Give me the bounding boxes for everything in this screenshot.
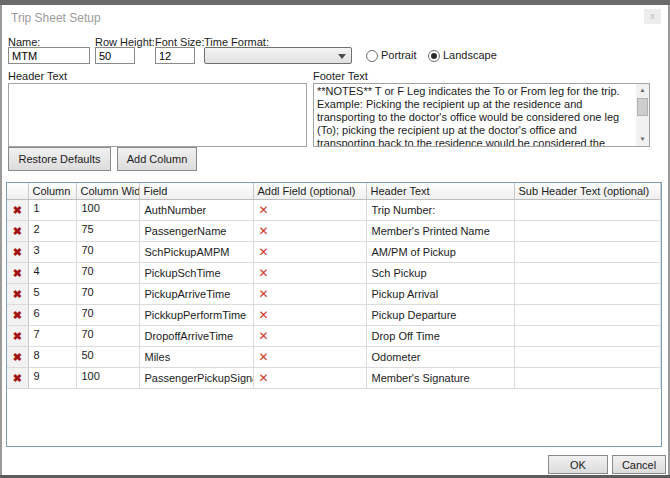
delete-row-cell[interactable]: ✖: [7, 242, 28, 263]
cell-column-width[interactable]: 100: [76, 368, 139, 389]
cell-sub-header-text[interactable]: [514, 347, 661, 368]
cell-sub-header-text[interactable]: [514, 263, 661, 284]
column-header[interactable]: Addl Field (optional): [253, 183, 366, 200]
cell-addl-field[interactable]: ✕: [253, 242, 366, 263]
column-header[interactable]: Column: [28, 183, 76, 200]
footer-scrollbar[interactable]: ▲ ▼: [636, 84, 649, 146]
delete-row-cell[interactable]: ✖: [7, 263, 28, 284]
delete-row-icon[interactable]: ✖: [13, 267, 22, 279]
cell-header-text[interactable]: Odometer: [366, 347, 514, 368]
cell-header-text[interactable]: Sch Pickup: [366, 263, 514, 284]
restore-defaults-button[interactable]: Restore Defaults: [8, 147, 111, 171]
delete-row-icon[interactable]: ✖: [13, 372, 22, 384]
scrollbar-thumb[interactable]: [637, 98, 648, 116]
cell-column[interactable]: 8: [28, 347, 76, 368]
cell-column[interactable]: 4: [28, 263, 76, 284]
cell-sub-header-text[interactable]: [514, 326, 661, 347]
row-height-field[interactable]: [95, 47, 135, 64]
landscape-label[interactable]: Landscape: [443, 49, 497, 61]
cell-field[interactable]: PickupArriveTime: [139, 284, 253, 305]
delete-row-icon[interactable]: ✖: [13, 309, 22, 321]
cell-field[interactable]: PickkupPerformTime: [139, 305, 253, 326]
cell-column[interactable]: 2: [28, 221, 76, 242]
addl-field-x-icon[interactable]: ✕: [259, 203, 269, 217]
delete-row-icon[interactable]: ✖: [13, 330, 22, 342]
cell-sub-header-text[interactable]: [514, 221, 661, 242]
cell-column-width[interactable]: 50: [76, 347, 139, 368]
cell-column[interactable]: 9: [28, 368, 76, 389]
radio-landscape[interactable]: [428, 50, 440, 62]
cell-addl-field[interactable]: ✕: [253, 284, 366, 305]
name-field[interactable]: [8, 47, 90, 64]
column-header[interactable]: Sub Header Text (optional): [514, 183, 661, 200]
cell-header-text[interactable]: Member's Signature: [366, 368, 514, 389]
cell-addl-field[interactable]: ✕: [253, 368, 366, 389]
radio-portrait[interactable]: [366, 50, 378, 62]
cell-header-text[interactable]: Pickup Arrival: [366, 284, 514, 305]
close-icon[interactable]: x: [644, 9, 661, 24]
delete-row-icon[interactable]: ✖: [13, 288, 22, 300]
addl-field-x-icon[interactable]: ✕: [259, 266, 269, 280]
cell-sub-header-text[interactable]: [514, 305, 661, 326]
cell-field[interactable]: DropoffArriveTime: [139, 326, 253, 347]
header-text-area[interactable]: [8, 83, 307, 147]
cell-column[interactable]: 5: [28, 284, 76, 305]
delete-row-cell[interactable]: ✖: [7, 200, 28, 221]
addl-field-x-icon[interactable]: ✕: [259, 245, 269, 259]
addl-field-x-icon[interactable]: ✕: [259, 287, 269, 301]
cell-column-width[interactable]: 100: [76, 200, 139, 221]
addl-field-x-icon[interactable]: ✕: [259, 371, 269, 385]
cell-field[interactable]: PassengerName: [139, 221, 253, 242]
scroll-up-icon[interactable]: ▲: [636, 84, 649, 97]
time-format-dropdown[interactable]: [204, 47, 352, 64]
addl-field-x-icon[interactable]: ✕: [259, 308, 269, 322]
delete-row-cell[interactable]: ✖: [7, 284, 28, 305]
cell-column-width[interactable]: 70: [76, 326, 139, 347]
cell-header-text[interactable]: Pickup Departure: [366, 305, 514, 326]
cell-addl-field[interactable]: ✕: [253, 221, 366, 242]
cell-column[interactable]: 3: [28, 242, 76, 263]
add-column-button[interactable]: Add Column: [117, 147, 197, 171]
cancel-button[interactable]: Cancel: [612, 455, 666, 474]
cell-field[interactable]: PickupSchTime: [139, 263, 253, 284]
cell-addl-field[interactable]: ✕: [253, 200, 366, 221]
cell-field[interactable]: SchPickupAMPM: [139, 242, 253, 263]
cell-sub-header-text[interactable]: [514, 368, 661, 389]
cell-sub-header-text[interactable]: [514, 284, 661, 305]
column-header[interactable]: Header Text: [366, 183, 514, 200]
cell-column[interactable]: 6: [28, 305, 76, 326]
cell-field[interactable]: AuthNumber: [139, 200, 253, 221]
cell-field[interactable]: PassengerPickupSignature: [139, 368, 253, 389]
delete-row-icon[interactable]: ✖: [13, 351, 22, 363]
delete-row-cell[interactable]: ✖: [7, 221, 28, 242]
delete-row-cell[interactable]: ✖: [7, 368, 28, 389]
cell-field[interactable]: Miles: [139, 347, 253, 368]
cell-header-text[interactable]: Trip Number:: [366, 200, 514, 221]
ok-button[interactable]: OK: [548, 455, 608, 474]
cell-addl-field[interactable]: ✕: [253, 326, 366, 347]
scroll-down-icon[interactable]: ▼: [636, 133, 649, 146]
column-header[interactable]: Column Width: [76, 183, 139, 200]
footer-text-area[interactable]: **NOTES** T or F Leg indicates the To or…: [313, 83, 650, 147]
cell-sub-header-text[interactable]: [514, 200, 661, 221]
cell-column-width[interactable]: 70: [76, 284, 139, 305]
cell-column-width[interactable]: 75: [76, 221, 139, 242]
delete-row-icon[interactable]: ✖: [13, 204, 22, 216]
cell-column[interactable]: 1: [28, 200, 76, 221]
cell-addl-field[interactable]: ✕: [253, 263, 366, 284]
delete-row-cell[interactable]: ✖: [7, 347, 28, 368]
cell-addl-field[interactable]: ✕: [253, 305, 366, 326]
cell-sub-header-text[interactable]: [514, 242, 661, 263]
cell-addl-field[interactable]: ✕: [253, 347, 366, 368]
addl-field-x-icon[interactable]: ✕: [259, 224, 269, 238]
cell-column-width[interactable]: 70: [76, 305, 139, 326]
delete-row-cell[interactable]: ✖: [7, 305, 28, 326]
cell-column-width[interactable]: 70: [76, 242, 139, 263]
cell-column-width[interactable]: 70: [76, 263, 139, 284]
cell-header-text[interactable]: Member's Printed Name: [366, 221, 514, 242]
addl-field-x-icon[interactable]: ✕: [259, 350, 269, 364]
cell-column[interactable]: 7: [28, 326, 76, 347]
row-header-column[interactable]: [7, 183, 28, 200]
cell-header-text[interactable]: Drop Off Time: [366, 326, 514, 347]
delete-row-icon[interactable]: ✖: [13, 246, 22, 258]
